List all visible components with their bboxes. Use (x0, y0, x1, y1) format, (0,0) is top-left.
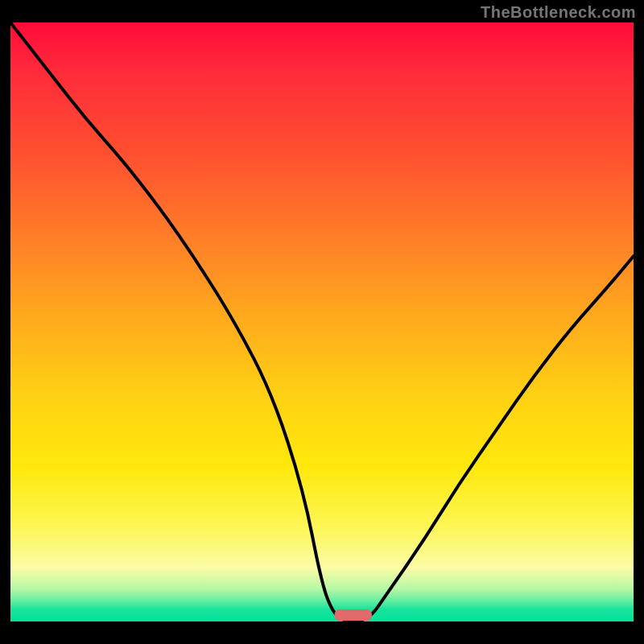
chart-frame: TheBottleneck.com (0, 0, 644, 644)
plot-area (10, 23, 634, 621)
chart-svg (10, 23, 634, 621)
bottleneck-curve-path (10, 23, 634, 621)
optimal-marker (335, 609, 372, 621)
watermark-text: TheBottleneck.com (481, 3, 636, 22)
